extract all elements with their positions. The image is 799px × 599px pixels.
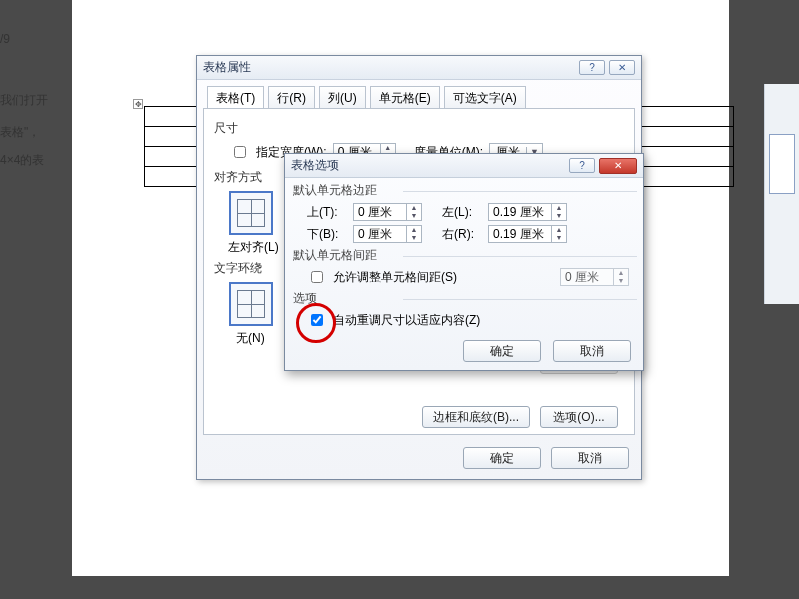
spin-up-icon[interactable]: ▲	[407, 204, 421, 212]
auto-resize-checkbox[interactable]	[311, 314, 323, 326]
spin-down-icon[interactable]: ▼	[552, 234, 566, 242]
close-button[interactable]: ✕	[599, 158, 637, 174]
help-button[interactable]: ?	[579, 60, 605, 75]
tab-row[interactable]: 行(R)	[268, 86, 315, 110]
dialog-titlebar[interactable]: 表格属性 ? ✕	[197, 56, 641, 80]
auto-resize-label: 自动重调尺寸以适应内容(Z)	[333, 312, 480, 329]
spin-down-icon[interactable]: ▼	[552, 212, 566, 220]
close-button[interactable]: ✕	[609, 60, 635, 75]
table-move-handle-icon[interactable]: ✥	[133, 99, 143, 109]
help-icon: ?	[589, 62, 595, 73]
page-thumbnail[interactable]	[769, 134, 795, 194]
right-spinner[interactable]: ▲▼	[488, 225, 567, 243]
options-button[interactable]: 选项(O)...	[540, 406, 618, 428]
dialog-title: 表格选项	[291, 157, 339, 174]
border-shading-button[interactable]: 边框和底纹(B)...	[422, 406, 530, 428]
allow-spacing-checkbox[interactable]	[311, 271, 323, 283]
right-label: 右(R):	[442, 226, 482, 243]
wrap-none-option[interactable]	[230, 283, 272, 325]
top-spinner[interactable]: ▲▼	[353, 203, 422, 221]
bottom-input[interactable]	[354, 226, 406, 242]
close-icon: ✕	[614, 160, 622, 171]
spin-up-icon: ▲	[614, 269, 628, 277]
top-input[interactable]	[354, 204, 406, 220]
margins-group-label: 默认单元格边距	[293, 182, 643, 199]
tab-table[interactable]: 表格(T)	[207, 86, 264, 110]
cancel-button[interactable]: 取消	[553, 340, 631, 362]
cancel-button[interactable]: 取消	[551, 447, 629, 469]
spacing-input	[561, 269, 613, 285]
bottom-label: 下(B):	[307, 226, 347, 243]
spin-down-icon: ▼	[614, 277, 628, 285]
tab-alt-text[interactable]: 可选文字(A)	[444, 86, 526, 110]
bg-text: /9	[0, 27, 10, 51]
options-group-label: 选项	[293, 290, 643, 307]
spin-up-icon[interactable]: ▲	[407, 226, 421, 234]
spin-up-icon[interactable]: ▲	[552, 204, 566, 212]
allow-spacing-label: 允许调整单元格间距(S)	[333, 269, 457, 286]
table-panel-buttons: 边框和底纹(B)... 选项(O)...	[422, 406, 618, 428]
bg-text: 4×4的表	[0, 148, 44, 172]
tab-strip: 表格(T) 行(R) 列(U) 单元格(E) 可选文字(A)	[207, 86, 641, 110]
ok-button[interactable]: 确定	[463, 340, 541, 362]
spacing-spinner: ▲▼	[560, 268, 629, 286]
left-spinner[interactable]: ▲▼	[488, 203, 567, 221]
bg-text: 我们打开	[0, 88, 48, 112]
spin-down-icon[interactable]: ▼	[407, 212, 421, 220]
dialog-title: 表格属性	[203, 59, 251, 76]
spin-up-icon[interactable]: ▲	[381, 144, 395, 152]
ok-button[interactable]: 确定	[463, 447, 541, 469]
align-left-option[interactable]	[230, 192, 272, 234]
size-section-label: 尺寸	[214, 120, 624, 137]
spin-up-icon[interactable]: ▲	[552, 226, 566, 234]
left-input[interactable]	[489, 204, 551, 220]
dialog-footer: 确定 取消	[463, 447, 629, 469]
help-icon: ?	[579, 160, 585, 171]
left-label: 左(L):	[442, 204, 482, 221]
tab-cell[interactable]: 单元格(E)	[370, 86, 440, 110]
specify-width-checkbox[interactable]	[234, 146, 246, 158]
bg-text: 表格"，	[0, 120, 40, 144]
tab-column[interactable]: 列(U)	[319, 86, 366, 110]
help-button[interactable]: ?	[569, 158, 595, 173]
dialog-titlebar[interactable]: 表格选项 ? ✕	[285, 154, 643, 178]
right-input[interactable]	[489, 226, 551, 242]
table-options-dialog: 表格选项 ? ✕ 默认单元格边距 上(T): ▲▼ 左(L): ▲▼ 下(B):…	[284, 153, 644, 371]
side-panel	[764, 84, 799, 304]
close-icon: ✕	[618, 62, 626, 73]
spin-down-icon[interactable]: ▼	[407, 234, 421, 242]
spacing-group-label: 默认单元格间距	[293, 247, 643, 264]
top-label: 上(T):	[307, 204, 347, 221]
bottom-spinner[interactable]: ▲▼	[353, 225, 422, 243]
